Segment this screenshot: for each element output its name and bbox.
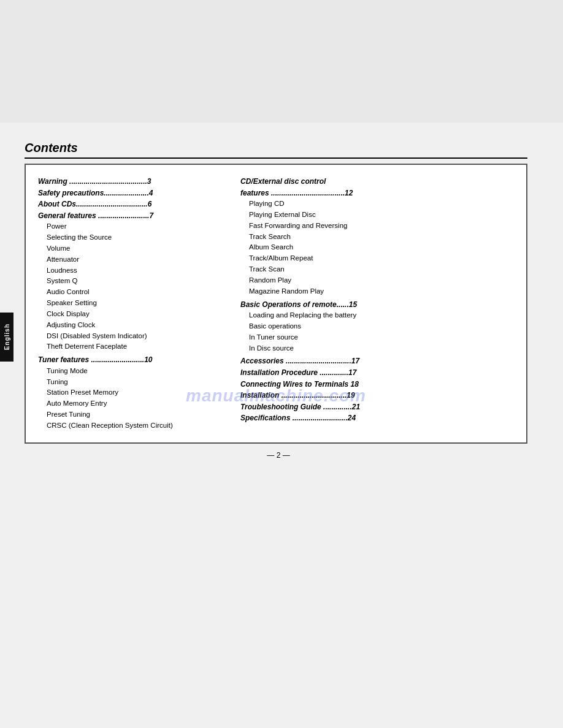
toc-entry: Tuning [38,377,222,388]
toc-entry: Clock Display [38,309,222,320]
toc-entry: About CDs...............................… [38,199,222,210]
toc-box: Warning ................................… [25,164,527,444]
toc-entry: CRSC (Clean Reception System Circuit) [38,420,222,431]
toc-entry: Connecting Wires to Terminals 18 [240,379,514,390]
toc-entry: CD/External disc control [240,176,514,188]
toc-entry: Loading and Replacing the battery [240,310,514,321]
toc-entry: Track Scan [240,264,514,275]
toc-entry: Adjusting Clock [38,320,222,331]
toc-entry: Accessories ............................… [240,355,514,367]
sidebar-language-tab: English [0,313,13,362]
toc-entry: In Disc source [240,343,514,354]
toc-entry: Specifications .........................… [240,412,514,424]
toc-entry: Basic Operations of remote......15 [240,299,514,311]
toc-entry: Speaker Setting [38,298,222,309]
toc-entry: Audio Control [38,287,222,298]
toc-entry: Tuning Mode [38,366,222,377]
toc-entry: Warning ................................… [38,176,222,188]
toc-entry: Power [38,221,222,232]
toc-entry: Attenuator [38,254,222,265]
toc-entry: Basic operations [240,321,514,332]
toc-entry: Loudness [38,265,222,276]
toc-entry: Selecting the Source [38,232,222,243]
contents-heading: Contents [25,141,527,159]
toc-entry: General features .......................… [38,210,222,222]
toc-entry: Track Search [240,232,514,243]
toc-left-column: Warning ................................… [38,176,222,431]
toc-entry: Magazine Random Play [240,286,514,297]
toc-entry: Installation ...........................… [240,390,514,401]
toc-entry: Preset Tuning [38,409,222,420]
toc-entry: Installation Procedure ..............17 [240,367,514,379]
toc-columns: Warning ................................… [38,176,514,431]
page: English Contents Warning ...............… [0,123,563,728]
toc-right-column: CD/External disc controlfeatures .......… [240,176,514,431]
toc-entry: Playing CD [240,199,514,210]
toc-entry: Theft Deterrent Faceplate [38,341,222,352]
page-number: — 2 — [25,451,532,460]
toc-entry: In Tuner source [240,332,514,343]
toc-entry: Fast Forwarding and Reversing [240,221,514,232]
toc-entry: features ...............................… [240,188,514,199]
sidebar-label: English [4,324,10,350]
toc-entry: Random Play [240,275,514,286]
toc-entry: Playing External Disc [240,210,514,221]
toc-entry: Album Search [240,242,514,253]
toc-entry: Tuner features .........................… [38,354,222,366]
toc-entry: Track/Album Repeat [240,253,514,264]
toc-entry: Troubleshooting Guide ..............21 [240,401,514,413]
toc-entry: System Q [38,276,222,287]
toc-entry: DSI (Disabled System Indicator) [38,331,222,342]
content-area: Contents Warning .......................… [0,123,563,478]
toc-entry: Safety precautions......................… [38,188,222,199]
toc-entry: Auto Memory Entry [38,398,222,409]
toc-entry: Volume [38,243,222,254]
toc-entry: Station Preset Memory [38,387,222,398]
